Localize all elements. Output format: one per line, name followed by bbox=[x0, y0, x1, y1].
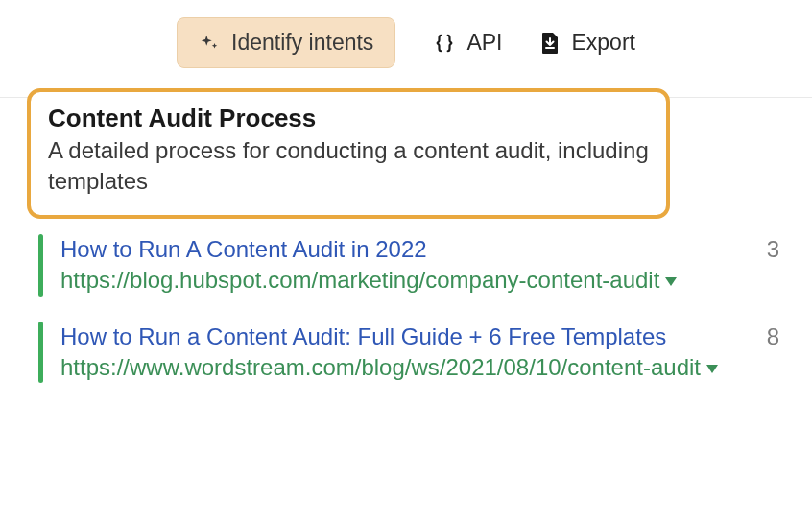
identify-intents-label: Identify intents bbox=[231, 30, 373, 56]
intent-title: Content Audit Process bbox=[48, 104, 649, 133]
result-title-text: How to Run a Content Audit: Full Guide +… bbox=[60, 323, 666, 349]
result-url[interactable]: https://blog.hubspot.com/marketing/compa… bbox=[60, 265, 740, 296]
result-url-text: https://www.wordstream.com/blog/ws/2021/… bbox=[60, 354, 701, 380]
content-area: Content Audit Process A detailed process… bbox=[0, 88, 812, 427]
result-title-text: How to Run A Content Audit in 2022 bbox=[60, 236, 427, 262]
braces-icon bbox=[434, 33, 455, 54]
relevance-bar bbox=[38, 322, 43, 384]
result-count: 8 bbox=[767, 322, 785, 384]
result-item: How to Run A Content Audit in 2022 https… bbox=[38, 234, 785, 297]
intent-card[interactable]: Content Audit Process A detailed process… bbox=[27, 88, 670, 219]
result-body: How to Run A Content Audit in 2022 https… bbox=[60, 234, 750, 297]
relevance-bar bbox=[38, 234, 43, 297]
result-title[interactable]: How to Run A Content Audit in 2022 bbox=[60, 234, 740, 265]
intent-card-wrap: Content Audit Process A detailed process… bbox=[27, 88, 785, 219]
result-item: How to Run a Content Audit: Full Guide +… bbox=[38, 322, 785, 384]
sparkle-icon bbox=[199, 33, 220, 54]
export-button[interactable]: Export bbox=[540, 30, 634, 56]
intent-description: A detailed process for conducting a cont… bbox=[48, 135, 649, 198]
result-count: 3 bbox=[767, 234, 785, 297]
api-button[interactable]: API bbox=[434, 30, 502, 56]
export-label: Export bbox=[571, 30, 634, 56]
api-label: API bbox=[466, 30, 502, 56]
result-url-text: https://blog.hubspot.com/marketing/compa… bbox=[60, 267, 659, 293]
identify-intents-button[interactable]: Identify intents bbox=[177, 17, 395, 68]
top-toolbar: Identify intents API Export bbox=[0, 0, 812, 98]
result-title[interactable]: How to Run a Content Audit: Full Guide +… bbox=[60, 322, 740, 352]
results-list: How to Run A Content Audit in 2022 https… bbox=[27, 234, 785, 384]
download-file-icon bbox=[540, 32, 560, 55]
result-body: How to Run a Content Audit: Full Guide +… bbox=[60, 322, 750, 384]
chevron-down-icon[interactable] bbox=[706, 365, 718, 373]
result-url[interactable]: https://www.wordstream.com/blog/ws/2021/… bbox=[60, 352, 740, 383]
chevron-down-icon[interactable] bbox=[665, 277, 677, 286]
